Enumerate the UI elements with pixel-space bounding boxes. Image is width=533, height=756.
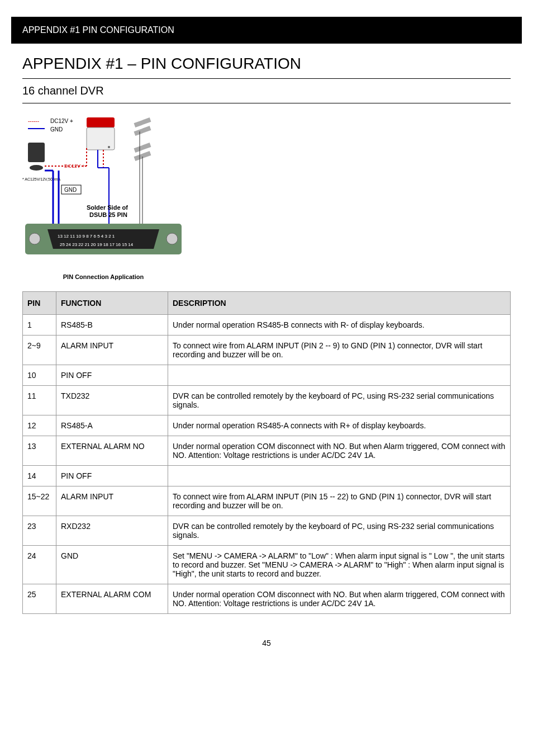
table-row: 14 PIN OFF [23,466,511,486]
cell-function: TXD232 [56,386,168,415]
appendix-title: APPENDIX #1 – PIN CONFIGURATION [22,55,511,73]
table-row: 12 RS485-A Under normal operation RS485-… [23,415,511,436]
gnd-box-label: GND [64,187,77,193]
cell-function: PIN OFF [56,365,168,386]
siren-body-icon [87,127,115,150]
header-title: APPENDIX #1 PIN CONFIGURATION [22,25,511,35]
legend-dc12v-text: DC12V + [50,118,73,124]
cell-pin: 23 [23,516,56,546]
cell-description: Under normal operation RS485-B connects … [168,315,511,336]
table-row: 24 GND Set "MENU -> CAMERA -> ALARM" to … [23,546,511,584]
cell-function: ALARM INPUT [56,486,168,516]
pin-diagram: ------ DC12V + GND * AC125V/12V,500mA DC… [22,115,184,280]
table-row: 2~9 ALARM INPUT To connect wire from ALA… [23,336,511,365]
solder-text-2: DSUB 25 PIN [89,211,127,218]
th-description: DESCRIPTION [168,292,511,315]
cell-pin: 11 [23,386,56,415]
cell-function: EXTERNAL ALARM COM [56,584,168,614]
table-row: 15~22 ALARM INPUT To connect wire from A… [23,486,511,516]
section-title: 16 channel DVR [22,79,511,103]
cell-description [168,466,511,486]
cell-pin: 13 [23,436,56,466]
solder-text-1: Solder Side of [87,204,128,211]
cell-function: RS485-A [56,415,168,436]
connection-diagram-svg: ------ DC12V + GND * AC125V/12V,500mA DC… [22,115,184,268]
divider-bottom [22,103,511,103]
cell-pin: 25 [23,584,56,614]
cell-pin: 14 [23,466,56,486]
cell-description: Under normal operation RS485-A connects … [168,415,511,436]
cell-description: To connect wire from ALARM INPUT (PIN 2 … [168,336,511,365]
cell-description: Under normal operation COM disconnect wi… [168,584,511,614]
cell-pin: 24 [23,546,56,584]
page-number: 45 [262,639,271,648]
dsub-screw-left-icon [29,233,40,244]
cell-description: DVR can be controlled remotely by the ke… [168,516,511,546]
cell-pin: 10 [23,365,56,386]
dsub-screw-right-icon [166,233,178,244]
cell-description: Set "MENU -> CAMERA -> ALARM" to "Low" :… [168,546,511,584]
th-pin: PIN [23,292,56,315]
cell-pin: 12 [23,415,56,436]
cell-description: DVR can be controlled remotely by the ke… [168,386,511,415]
table-row: 13 EXTERNAL ALARM NO Under normal operat… [23,436,511,466]
diagram-caption: PIN Connection Application [22,273,184,280]
table-row: 11 TXD232 DVR can be controlled remotely… [23,386,511,415]
adapter-label: * AC125V/12V,500mA [22,177,61,181]
dsub-pins-top: 13 12 11 10 9 8 7 6 5 4 3 2 1 [58,234,115,239]
table-row: 25 EXTERNAL ALARM COM Under normal opera… [23,584,511,614]
sensor2-icon [134,126,151,136]
table-row: 1 RS485-B Under normal operation RS485-B… [23,315,511,336]
sensor3-icon [134,143,151,153]
adapter-plug-icon [30,165,43,171]
cell-pin: 15~22 [23,486,56,516]
cell-pin: 1 [23,315,56,336]
legend-gnd-text: GND [50,126,63,133]
header-bar: APPENDIX #1 PIN CONFIGURATION [11,17,522,44]
cell-description: To connect wire from ALARM INPUT (PIN 15… [168,486,511,516]
cell-function: EXTERNAL ALARM NO [56,436,168,466]
table-row: 10 PIN OFF [23,365,511,386]
th-function: FUNCTION [56,292,168,315]
dsub-pins-bottom: 25 24 23 22 21 20 19 18 17 16 15 14 [60,242,134,247]
siren-screw-icon [108,146,110,148]
pin-configuration-table: PIN FUNCTION DESCRIPTION 1 RS485-B Under… [22,291,511,614]
cell-function: PIN OFF [56,466,168,486]
cell-description [168,365,511,386]
sensor1-icon [134,117,151,127]
content-area: APPENDIX #1 – PIN CONFIGURATION 16 chann… [0,44,533,625]
cell-function: ALARM INPUT [56,336,168,365]
legend-dots: ------ [28,118,39,124]
siren-top-icon [87,117,115,127]
cell-function: RXD232 [56,516,168,546]
cell-function: GND [56,546,168,584]
cell-description: Under normal operation COM disconnect wi… [168,436,511,466]
cell-pin: 2~9 [23,336,56,365]
table-row: 23 RXD232 DVR can be controlled remotely… [23,516,511,546]
adapter-icon [28,143,45,162]
cell-function: RS485-B [56,315,168,336]
